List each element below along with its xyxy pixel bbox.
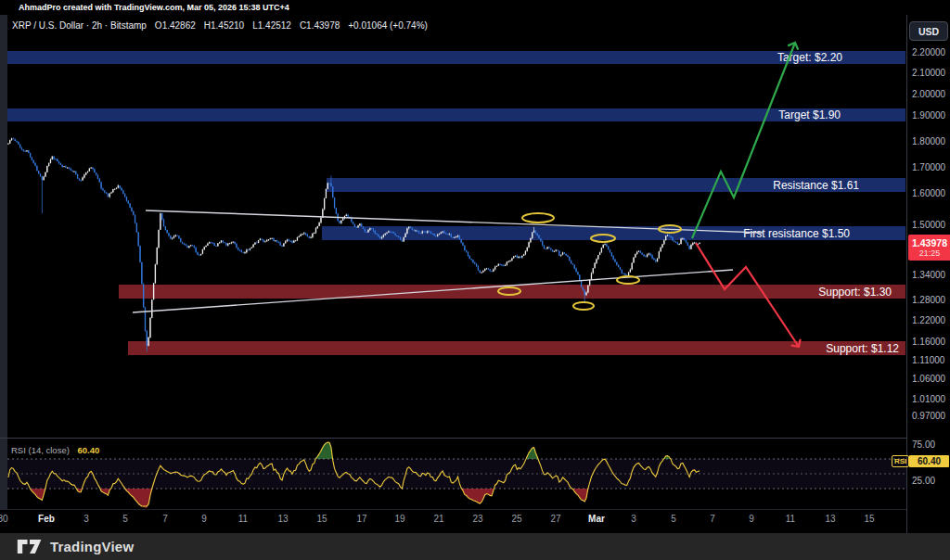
price-tick: 1.90000 bbox=[912, 110, 945, 121]
price-tick: 1.16000 bbox=[912, 337, 945, 347]
time-tick: 17 bbox=[356, 514, 366, 524]
time-tick: 11 bbox=[786, 514, 795, 524]
price-tick: 2.00000 bbox=[912, 89, 945, 99]
level-label: First resistance $1.50 bbox=[743, 228, 905, 239]
time-tick: 19 bbox=[394, 514, 404, 524]
ohlc-high: H1.45210 bbox=[204, 20, 244, 31]
price-tick: 1.60000 bbox=[912, 188, 945, 198]
time-tick: 3 bbox=[631, 514, 636, 524]
time-tick: 3 bbox=[83, 514, 89, 524]
footer-bar: TradingView bbox=[0, 533, 950, 560]
rsi-axis-chip: RSI bbox=[892, 455, 909, 467]
time-tick: 15 bbox=[864, 514, 874, 524]
price-axis[interactable]: USD 2.200002.100002.000001.900001.800001… bbox=[906, 15, 950, 533]
time-tick: 30 bbox=[0, 514, 8, 524]
time-tick: 5 bbox=[122, 514, 128, 524]
rsi-legend-value: 60.40 bbox=[77, 445, 99, 455]
candles-layer bbox=[7, 137, 700, 351]
level-label: Support: $1.30 bbox=[818, 286, 905, 298]
time-tick: Feb bbox=[38, 514, 55, 524]
time-tick: 23 bbox=[472, 514, 482, 524]
highlight-ellipse[interactable] bbox=[617, 276, 639, 284]
attribution-bar: AhmadPro created with TradingView.com, M… bbox=[19, 3, 289, 12]
pane-divider[interactable] bbox=[0, 438, 950, 439]
ohlc-close: C1.43978 bbox=[300, 20, 340, 31]
time-tick: 5 bbox=[671, 514, 676, 524]
level-band-s130[interactable]: Support: $1.30 bbox=[119, 285, 905, 299]
highlight-ellipse[interactable] bbox=[522, 213, 554, 223]
price-tick: 1.22000 bbox=[912, 315, 945, 325]
level-label: Support: $1.12 bbox=[826, 343, 905, 354]
time-tick: 27 bbox=[550, 514, 560, 524]
level-label: Resistance $1.61 bbox=[773, 180, 905, 191]
price-tick: 1.80000 bbox=[912, 136, 945, 146]
tradingview-logo-icon[interactable] bbox=[17, 539, 43, 554]
last-price-value: 1.43978 bbox=[912, 237, 947, 248]
time-tick: 13 bbox=[277, 514, 288, 524]
bar-countdown: 21:25 bbox=[919, 248, 941, 258]
last-price-badge: 1.43978 21:25 bbox=[908, 235, 950, 261]
price-tick: 1.11000 bbox=[912, 355, 944, 365]
time-tick: 7 bbox=[710, 514, 715, 524]
time-tick: 13 bbox=[825, 514, 835, 524]
time-tick: 15 bbox=[316, 514, 327, 524]
ohlc-open: O1.42862 bbox=[155, 20, 196, 31]
time-tick: 9 bbox=[201, 514, 207, 524]
time-tick: 7 bbox=[162, 514, 168, 524]
level-band-r150[interactable]: First resistance $1.50 bbox=[322, 226, 905, 240]
price-tick: 0.97000 bbox=[912, 411, 945, 421]
chart-canvas[interactable] bbox=[0, 0, 950, 560]
chart-left-margin bbox=[0, 15, 7, 533]
price-tick: 1.01000 bbox=[912, 394, 945, 404]
price-tick: 2.10000 bbox=[912, 68, 945, 78]
symbol-title[interactable]: XRP / U.S. Dollar · 2h · Bitstamp bbox=[12, 20, 147, 31]
price-tick: 1.34000 bbox=[912, 270, 945, 280]
time-tick: 11 bbox=[238, 514, 248, 524]
rsi-legend-title: RSI (14, close) bbox=[11, 445, 70, 455]
price-tick: 1.70000 bbox=[912, 162, 945, 172]
price-tick: 1.06000 bbox=[912, 374, 945, 384]
time-tick: 21 bbox=[433, 514, 443, 524]
level-label: Target: $2.20 bbox=[777, 52, 905, 63]
tradingview-chart-screenshot: AhmadPro created with TradingView.com, M… bbox=[0, 0, 950, 560]
time-tick: Mar bbox=[588, 514, 605, 524]
highlight-ellipse[interactable] bbox=[573, 302, 594, 310]
time-tick: 9 bbox=[749, 514, 754, 524]
price-tick: 1.28000 bbox=[912, 295, 945, 305]
time-axis[interactable]: 30Feb3579111315171921232527Mar3579111315 bbox=[0, 509, 906, 534]
price-tick: 1.50000 bbox=[912, 220, 945, 230]
currency-button[interactable]: USD bbox=[909, 21, 948, 41]
price-tick: 2.20000 bbox=[912, 47, 945, 57]
tradingview-wordmark[interactable]: TradingView bbox=[50, 539, 134, 554]
level-band-t220[interactable]: Target: $2.20 bbox=[7, 51, 905, 64]
rsi-legend[interactable]: RSI (14, close) 60.40 bbox=[11, 445, 99, 455]
level-band-t190[interactable]: Target $1.90 bbox=[7, 108, 905, 121]
change-value: +0.01064 (+0.74%) bbox=[348, 20, 428, 31]
level-band-r161[interactable]: Resistance $1.61 bbox=[327, 178, 905, 192]
ohlc-low: L1.42512 bbox=[252, 20, 291, 31]
rsi-axis-value-badge: 60.40 bbox=[909, 455, 949, 467]
time-tick: 25 bbox=[511, 514, 521, 524]
level-label: Target $1.90 bbox=[778, 109, 905, 121]
rsi-tick-high: 75.00 bbox=[912, 439, 935, 450]
rsi-line bbox=[8, 442, 700, 506]
level-band-s112[interactable]: Support: $1.12 bbox=[128, 341, 905, 355]
rsi-tick-low: 25.00 bbox=[912, 476, 935, 486]
symbol-legend[interactable]: XRP / U.S. Dollar · 2h · Bitstamp O1.428… bbox=[12, 20, 428, 31]
bull-projection-arrow[interactable] bbox=[692, 43, 795, 238]
